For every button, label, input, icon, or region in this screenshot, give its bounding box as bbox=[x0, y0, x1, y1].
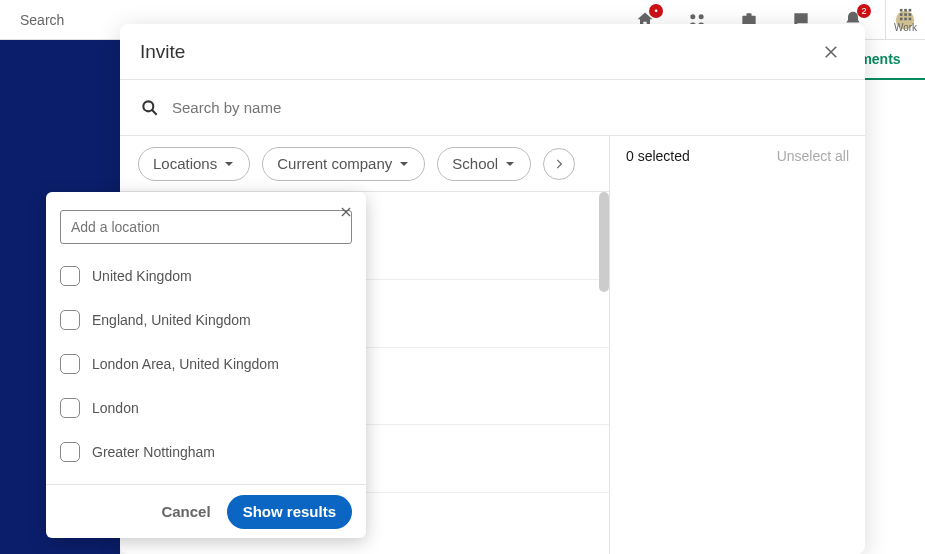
location-option[interactable]: United Kingdom bbox=[60, 254, 352, 298]
search-icon bbox=[140, 98, 160, 118]
svg-rect-11 bbox=[899, 17, 902, 20]
filters-next-button[interactable] bbox=[543, 148, 575, 180]
filters-row: Locations Current company School bbox=[120, 136, 609, 192]
svg-rect-5 bbox=[899, 8, 902, 11]
filter-current-company[interactable]: Current company bbox=[262, 147, 425, 181]
notifications-badge: 2 bbox=[857, 4, 871, 18]
svg-rect-10 bbox=[908, 13, 911, 16]
location-input[interactable] bbox=[60, 210, 352, 244]
svg-point-0 bbox=[690, 14, 695, 19]
modal-search-row bbox=[120, 80, 865, 136]
checkbox[interactable] bbox=[60, 310, 80, 330]
svg-rect-12 bbox=[904, 17, 907, 20]
global-search-placeholder[interactable]: Search bbox=[12, 12, 64, 28]
location-option[interactable]: Greater Nottingham bbox=[60, 430, 352, 474]
filter-school[interactable]: School bbox=[437, 147, 531, 181]
modal-title: Invite bbox=[140, 41, 185, 63]
svg-rect-6 bbox=[904, 8, 907, 11]
close-icon[interactable] bbox=[817, 38, 845, 66]
svg-rect-13 bbox=[908, 17, 911, 20]
svg-point-14 bbox=[143, 101, 153, 111]
work-label: Work bbox=[894, 22, 917, 33]
modal-header: Invite bbox=[120, 24, 865, 80]
home-badge: • bbox=[649, 4, 663, 18]
svg-rect-8 bbox=[899, 13, 902, 16]
checkbox[interactable] bbox=[60, 266, 80, 286]
chevron-down-icon bbox=[398, 158, 410, 170]
selected-count: 0 selected bbox=[626, 148, 690, 164]
svg-point-1 bbox=[699, 14, 704, 19]
popover-close-icon[interactable] bbox=[334, 200, 358, 224]
checkbox[interactable] bbox=[60, 398, 80, 418]
chevron-down-icon bbox=[504, 158, 516, 170]
popover-input-wrap bbox=[46, 192, 366, 254]
svg-rect-9 bbox=[904, 13, 907, 16]
svg-rect-7 bbox=[908, 8, 911, 11]
chevron-down-icon bbox=[223, 158, 235, 170]
cancel-button[interactable]: Cancel bbox=[161, 503, 210, 520]
chevron-right-icon bbox=[552, 157, 566, 171]
popover-footer: Cancel Show results bbox=[46, 484, 366, 538]
checkbox[interactable] bbox=[60, 442, 80, 462]
scrollbar[interactable] bbox=[599, 192, 609, 292]
locations-popover: United Kingdom England, United Kingdom L… bbox=[46, 192, 366, 538]
location-option[interactable]: London bbox=[60, 386, 352, 430]
unselect-all-button[interactable]: Unselect all bbox=[777, 148, 849, 164]
show-results-button[interactable]: Show results bbox=[227, 495, 352, 529]
svg-rect-3 bbox=[747, 13, 752, 16]
checkbox[interactable] bbox=[60, 354, 80, 374]
location-option[interactable]: London Area, United Kingdom bbox=[60, 342, 352, 386]
selection-summary: 0 selected Unselect all bbox=[609, 136, 865, 554]
filter-locations[interactable]: Locations bbox=[138, 147, 250, 181]
location-option[interactable]: England, United Kingdom bbox=[60, 298, 352, 342]
search-input[interactable] bbox=[172, 99, 845, 116]
work-menu[interactable]: Work bbox=[885, 0, 925, 40]
location-options-list: United Kingdom England, United Kingdom L… bbox=[46, 254, 366, 484]
